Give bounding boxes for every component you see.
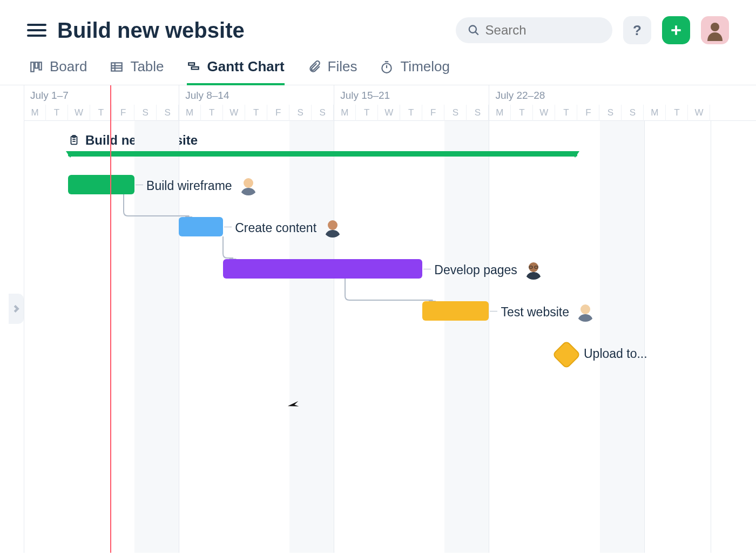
day-header: W [68,105,90,121]
search-icon [468,23,480,37]
weekend-column [444,121,467,553]
today-indicator [110,121,111,553]
svg-point-21 [244,178,253,188]
tab-board[interactable]: Board [29,58,87,85]
weekend-column [600,121,622,553]
task-label-text: Create content [235,221,316,235]
page-title: Build new website [57,18,445,43]
day-header: W [533,105,555,121]
user-avatar[interactable] [701,16,729,44]
day-header: S [599,105,622,121]
paperclip-icon [307,60,321,74]
day-header: F [577,105,599,121]
week-label: July 15–21 [340,90,390,101]
milestone-marker[interactable] [552,340,581,369]
board-icon [29,60,43,74]
tab-gantt[interactable]: Gantt Chart [187,58,285,85]
avatar-icon [704,19,726,41]
svg-rect-13 [191,67,198,69]
svg-point-0 [469,26,476,33]
day-header: M [489,105,511,121]
today-indicator [110,85,111,121]
weekend-column [289,121,312,553]
svg-rect-5 [31,62,33,71]
tab-table[interactable]: Table [110,58,164,85]
menu-icon[interactable] [27,21,46,40]
timeline-header: MTWTFSSMTWTFSSMTWTFSSMTWTFSSMTW July 1–7… [24,85,756,121]
day-header: T [245,105,267,121]
day-header: T [90,105,112,121]
project-summary-bar[interactable] [68,151,577,157]
day-header: S [622,105,644,121]
task-label-text: Test website [501,305,569,320]
task-label[interactable]: Create content [235,218,342,238]
day-header: T [201,105,223,121]
day-header: F [267,105,289,121]
svg-rect-7 [39,62,41,70]
tab-label: Gantt Chart [207,58,285,75]
clipboard-icon [68,134,80,146]
tab-label: Files [328,58,357,75]
day-header: T [666,105,688,121]
svg-rect-6 [35,62,38,68]
svg-point-29 [580,304,590,314]
task-label[interactable]: Test website [501,302,595,322]
table-icon [110,60,124,74]
tab-files[interactable]: Files [307,58,357,85]
svg-point-25 [529,262,538,272]
day-header: T [356,105,378,121]
assignee-avatar[interactable] [524,260,543,280]
day-header: F [112,105,134,121]
week-label: July 8–14 [185,90,229,101]
day-header: M [24,105,46,121]
weekend-column [312,121,334,553]
task-bar-t4[interactable] [422,301,489,321]
day-header: T [46,105,68,121]
week-label: July 22–28 [495,90,545,101]
expand-sidebar-handle[interactable] [9,294,24,324]
gantt-icon [187,60,201,74]
task-bar-t1[interactable] [68,175,134,194]
day-header: T [555,105,577,121]
search-input[interactable] [485,23,600,38]
task-bar-t2[interactable] [179,217,223,236]
svg-point-4 [711,23,719,31]
day-header: T [511,105,533,121]
task-label[interactable]: Develop pages [434,260,543,280]
tab-label: Board [50,58,87,75]
task-label[interactable]: Build wireframe [146,176,258,195]
plus-icon [669,23,683,37]
week-label: July 1–7 [30,90,69,101]
assignee-avatar[interactable] [576,302,595,322]
add-button[interactable] [662,16,690,44]
day-header: S [134,105,157,121]
svg-rect-8 [112,63,123,71]
weekend-column [622,121,644,553]
svg-rect-12 [188,63,194,65]
stopwatch-icon [380,60,394,74]
day-header: M [334,105,356,121]
task-label-text: Develop pages [434,263,517,277]
day-header: W [378,105,400,121]
day-header: S [289,105,312,121]
tab-label: Timelog [400,58,450,75]
day-header: W [223,105,245,121]
day-header: T [400,105,422,121]
milestone-label[interactable]: Upload to... [584,347,647,361]
tab-timelog[interactable]: Timelog [380,58,450,85]
day-header: M [644,105,666,121]
task-label-text: Build wireframe [146,179,232,193]
svg-point-23 [328,220,338,230]
day-header: S [444,105,467,121]
search-box[interactable] [456,17,612,43]
svg-line-1 [475,32,478,35]
day-header: W [688,105,710,121]
help-button[interactable]: ? [623,16,651,44]
gantt-chart-area[interactable]: Build new website Build wireframeCreate … [24,121,756,553]
assignee-avatar[interactable] [239,176,258,195]
tab-label: Table [130,58,164,75]
task-bar-t3[interactable] [223,259,422,279]
day-header: F [422,105,444,121]
cursor-icon [287,396,301,410]
assignee-avatar[interactable] [323,218,342,238]
